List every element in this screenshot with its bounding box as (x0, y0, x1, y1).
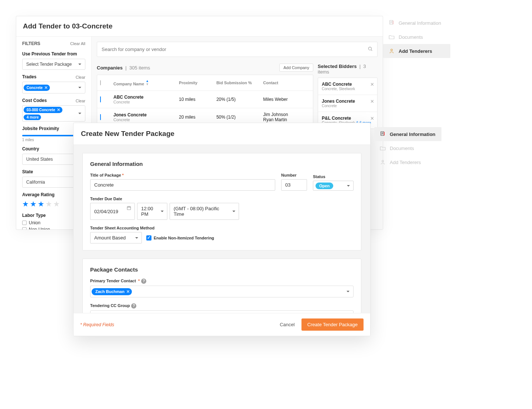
search-input[interactable] (102, 47, 368, 52)
folder-icon (388, 34, 395, 40)
rnav-general-info[interactable]: General Information (383, 16, 450, 30)
svg-point-8 (391, 49, 393, 51)
title-input[interactable] (90, 179, 275, 191)
primary-contact-input[interactable]: Zach Buchman✕ (90, 286, 354, 297)
remove-icon[interactable]: ✕ (57, 108, 60, 112)
due-time-select[interactable]: 12:00 PM (137, 203, 167, 220)
star-icon[interactable]: ★ (53, 200, 60, 208)
chevron-down-icon (78, 87, 81, 88)
cost-code-more-pill[interactable]: 4 more (24, 115, 41, 120)
cost-code-pill[interactable]: 03-000 Concrete✕ (24, 107, 62, 113)
modal-title: Create New Tender Package (74, 123, 370, 145)
trade-pill[interactable]: Concrete✕ (24, 85, 50, 91)
clear-all-link[interactable]: Clear All (70, 41, 85, 46)
contact-pill[interactable]: Danielle Sandoval✕ (123, 313, 169, 313)
remove-bidder-icon[interactable]: ✕ (370, 116, 374, 121)
contact-pill[interactable]: Allen Kim✕ (92, 313, 122, 313)
cost-codes-label: Cost Codes (22, 98, 47, 103)
star-icon[interactable]: ★ (22, 200, 29, 208)
status-select[interactable]: Open (313, 181, 354, 191)
add-company-button[interactable]: Add Company (279, 64, 313, 72)
remove-bidder-icon[interactable]: ✕ (370, 82, 374, 87)
rnav-add-tenderers[interactable]: Add Tenderers (383, 44, 450, 58)
chevron-down-icon (78, 64, 81, 65)
trades-input[interactable]: Concrete✕ (22, 82, 85, 93)
remove-icon[interactable]: ✕ (44, 85, 48, 90)
rnav-documents[interactable]: Documents (374, 141, 441, 155)
page-title: Add Tender to 03-Concrete (16, 16, 383, 37)
contact-pill[interactable]: Marcus Bernales✕ (170, 313, 214, 313)
col-company-name[interactable]: Company Name▲▼ (113, 79, 179, 86)
svg-rect-9 (127, 207, 130, 210)
filters-heading: FILTERS (22, 41, 40, 46)
front-right-nav: General Information Documents Add Tender… (374, 127, 441, 169)
panel-heading: Package Contacts (90, 266, 354, 273)
remove-icon[interactable]: ✕ (126, 289, 130, 294)
help-icon[interactable]: ? (131, 303, 136, 309)
required-note: * Required Fields (80, 322, 114, 327)
svg-rect-17 (384, 132, 385, 136)
package-contacts-panel: Package Contacts Primary Tender Contact … (82, 259, 361, 313)
star-icon[interactable]: ★ (45, 200, 52, 208)
help-icon[interactable]: ? (141, 279, 146, 284)
enable-nonitemized-checkbox[interactable]: Enable Non-Itemized Tendering (146, 235, 214, 241)
rnav-documents[interactable]: Documents (383, 30, 450, 44)
number-input[interactable] (281, 179, 307, 191)
col-contact[interactable]: Contact (263, 81, 310, 85)
timezone-select[interactable]: (GMT - 08:00) Pacific Time (170, 203, 239, 220)
cancel-button[interactable]: Cancel (280, 322, 294, 327)
remove-bidder-icon[interactable]: ✕ (370, 99, 374, 104)
person-icon (388, 48, 395, 54)
calendar-icon[interactable] (123, 203, 135, 220)
row-checkbox[interactable] (100, 114, 101, 120)
cost-codes-clear-link[interactable]: Clear (76, 99, 85, 103)
folder-icon (379, 145, 386, 151)
chevron-down-icon (232, 211, 235, 212)
star-icon[interactable]: ★ (38, 200, 44, 208)
person-icon (379, 159, 386, 166)
prev-tender-select[interactable]: Select Tender Package (22, 59, 85, 70)
rnav-add-tenderers[interactable]: Add Tenderers (374, 155, 441, 169)
document-icon (388, 20, 395, 26)
accounting-select[interactable]: Amount Based (90, 232, 142, 243)
chevron-down-icon (347, 291, 349, 292)
back-right-nav: General Information Documents Add Tender… (383, 16, 450, 58)
contact-pill[interactable]: John Rose✕ (215, 313, 247, 313)
col-proximity[interactable]: Proximity (179, 81, 216, 85)
modal-footer: * Required Fields Cancel Create Tender P… (74, 313, 370, 336)
bidder-row: Jones Concrete Concrete ✕ (318, 95, 377, 112)
select-all-checkbox[interactable] (100, 80, 101, 85)
chevron-down-icon (347, 185, 350, 187)
svg-point-0 (368, 47, 371, 50)
checkbox-icon (146, 235, 151, 241)
svg-point-18 (382, 160, 384, 162)
chevron-down-icon (161, 211, 164, 212)
trades-clear-link[interactable]: Clear (76, 75, 85, 79)
company-search[interactable] (97, 42, 378, 57)
cc-group-input[interactable]: Allen Kim✕ Danielle Sandoval✕ Marcus Ber… (90, 310, 354, 313)
general-info-panel: General Information Title of Package* Nu… (82, 153, 361, 250)
svg-rect-7 (393, 21, 393, 24)
create-tender-package-button[interactable]: Create Tender Package (301, 318, 364, 331)
rnav-general-info[interactable]: General Information (374, 127, 441, 141)
chevron-down-icon (135, 237, 138, 239)
row-checkbox[interactable] (100, 96, 101, 102)
svg-line-1 (371, 50, 372, 51)
cost-codes-input[interactable]: 03-000 Concrete✕ 4 more (22, 105, 85, 122)
due-date-input[interactable] (90, 203, 135, 220)
contact-pill[interactable]: Zach Buchman✕ (92, 288, 132, 295)
document-icon (379, 131, 386, 137)
star-icon[interactable]: ★ (30, 200, 37, 208)
panel-heading: General Information (90, 161, 354, 167)
selected-bidders-card: ABC Concrete Concrete, Steelwork ✕ Jones… (318, 78, 378, 129)
search-icon (368, 46, 373, 52)
col-bid-submission[interactable]: Bid Submission % (216, 81, 263, 85)
table-row[interactable]: ABC ConcreteConcrete 10 miles 20% (1/5) … (97, 91, 313, 108)
prev-tender-label: Use Previous Tender from (22, 51, 85, 57)
create-package-modal: Create New Tender Package General Inform… (73, 123, 371, 336)
trades-label: Trades (22, 74, 37, 79)
bidder-row: ABC Concrete Concrete, Steelwork ✕ (318, 78, 377, 95)
chevron-down-icon (78, 113, 81, 114)
